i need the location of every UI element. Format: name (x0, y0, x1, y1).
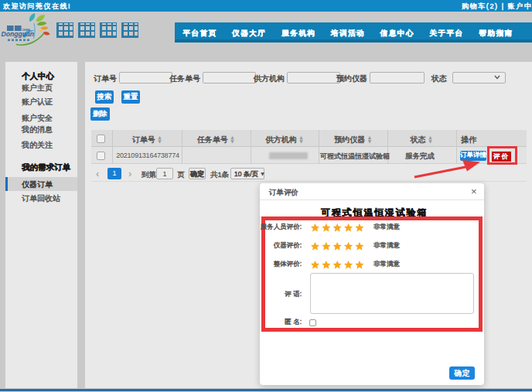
svg-text:Dongguan: Dongguan (2, 30, 34, 38)
